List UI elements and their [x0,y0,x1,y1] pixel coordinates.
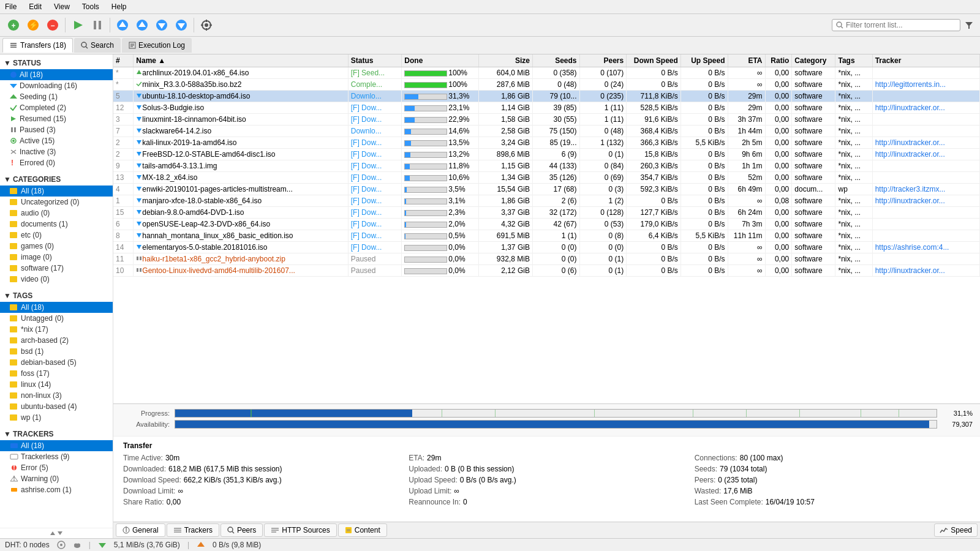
sidebar-cat-software[interactable]: software (17) [0,263,113,274]
col-ratio[interactable]: Ratio [765,54,792,67]
tab-execution-log[interactable]: Execution Log [122,38,192,53]
tags-header[interactable]: ▼ TAGS [0,290,113,302]
tab-http-sources[interactable]: HTTP Sources [264,523,336,537]
table-row[interactable]: 13 MX-18.2_x64.iso [F] Dow... 10,6% 1,34… [113,172,980,184]
table-row[interactable]: 14 elementaryos-5.0-stable.20181016.iso … [113,242,980,253]
sidebar-item-downloading[interactable]: Downloading (16) [0,80,113,91]
sidebar-tag-untagged[interactable]: Untagged (0) [0,313,113,324]
torrent-table-wrap[interactable]: # Name ▲ Status Done Size Seeds Peers Do… [113,54,980,403]
col-peers[interactable]: Peers [579,54,627,67]
table-row[interactable]: 8 hannah_montana_linux_x86_basic_edition… [113,230,980,242]
menu-edit[interactable]: Edit [26,1,44,12]
tab-content[interactable]: Content [338,523,387,537]
add-torrent-button[interactable]: + [5,17,22,34]
col-num[interactable]: # [113,54,134,67]
remove-torrent-button[interactable]: − [44,17,61,34]
resume-button[interactable] [69,17,86,34]
tab-trackers[interactable]: Trackers [167,523,219,537]
tab-peers[interactable]: Peers [221,523,263,537]
sidebar-tracker-error[interactable]: ! Error (5) [0,462,113,473]
sidebar-tracker-all[interactable]: All (18) [0,440,113,451]
sidebar-scroll-down[interactable] [56,530,64,537]
move-down-button[interactable] [153,17,170,34]
sidebar-tag-wp[interactable]: wp (1) [0,412,113,423]
move-down2-button[interactable] [173,17,190,34]
status-header[interactable]: ▼ STATUS [0,57,113,69]
sidebar-tag-all[interactable]: All (18) [0,302,113,313]
col-status[interactable]: Status [348,54,402,67]
move-up-button[interactable] [114,17,131,34]
sidebar-item-inactive[interactable]: Inactive (3) [0,146,113,157]
move-up-queue-button[interactable] [134,17,151,34]
sidebar-cat-etc[interactable]: etc (0) [0,230,113,241]
col-name[interactable]: Name ▲ [134,54,348,67]
table-row[interactable]: * minix_R3.3.0-588a35b.iso.bz2 Comple...… [113,79,980,91]
table-row[interactable]: 5 ubuntu-18.10-desktop-amd64.iso Downlo.… [113,91,980,102]
sidebar-tag-debian[interactable]: debian-based (5) [0,357,113,368]
sidebar-cat-audio[interactable]: audio (0) [0,208,113,219]
sidebar-tag-nix[interactable]: *nix (17) [0,324,113,335]
sidebar-cat-video[interactable]: video (0) [0,274,113,285]
filter-settings-button[interactable] [963,17,975,34]
tab-search[interactable]: Search [74,38,121,53]
tab-general[interactable]: i General [116,523,165,537]
sidebar-tag-nonlinux[interactable]: non-linux (3) [0,390,113,401]
sidebar-tag-arch[interactable]: arch-based (2) [0,335,113,346]
table-row[interactable]: 15 debian-9.8.0-amd64-DVD-1.iso [F] Dow.… [113,207,980,219]
search-box[interactable] [832,19,960,31]
col-eta[interactable]: ETA [728,54,765,67]
sidebar-tracker-ashrise[interactable]: ashrise.com (1) [0,484,113,495]
sidebar-tag-ubuntu[interactable]: ubuntu-based (4) [0,401,113,412]
sidebar-cat-uncategorized[interactable]: Uncategorized (0) [0,197,113,208]
sidebar-item-errored[interactable]: ! Errored (0) [0,157,113,168]
trackers-header[interactable]: ▼ TRACKERS [0,428,113,440]
table-row[interactable]: 7 slackware64-14.2.iso Downlo... 14,6% 2… [113,126,980,137]
table-row[interactable]: 2 kali-linux-2019-1a-amd64.iso [F] Dow..… [113,137,980,149]
table-row[interactable]: * archlinux-2019.04.01-x86_64.iso [F] Se… [113,67,980,79]
table-row[interactable]: 12 Solus-3-Budgie.iso [F] Dow... 23,1% 1… [113,102,980,114]
sidebar-item-paused[interactable]: Paused (3) [0,124,113,135]
table-row[interactable]: 6 openSUSE-Leap-42.3-DVD-x86_64.iso [F] … [113,219,980,230]
table-row[interactable]: 4 enwiki-20190101-pages-articles-multist… [113,184,980,195]
col-up-speed[interactable]: Up Speed [680,54,728,67]
categories-header[interactable]: ▼ CATEGORIES [0,173,113,186]
sidebar-item-active[interactable]: Active (15) [0,135,113,146]
sidebar-scroll-up[interactable] [49,530,56,537]
sidebar-cat-image[interactable]: image (0) [0,252,113,263]
menu-help[interactable]: Help [109,1,129,12]
menu-tools[interactable]: Tools [80,1,102,12]
tab-transfers[interactable]: Transfers (18) [2,38,73,53]
add-magnet-button[interactable]: ⚡ [24,17,42,34]
table-row[interactable]: 10 Gentoo-Linux-livedvd-amd64-multilib-2… [113,265,980,277]
sidebar-cat-games[interactable]: games (0) [0,241,113,252]
sidebar-tag-linux[interactable]: linux (14) [0,379,113,390]
col-seeds[interactable]: Seeds [532,54,579,67]
pause-button[interactable] [89,17,106,34]
col-tags[interactable]: Tags [835,54,872,67]
sidebar-item-all[interactable]: All (18) [0,69,113,80]
table-row[interactable]: 11 haiku-r1beta1-x86_gcc2_hybrid-anyboot… [113,253,980,265]
sidebar-cat-documents[interactable]: documents (1) [0,219,113,230]
table-row[interactable]: 2 FreeBSD-12.0-STABLE-amd64-disc1.iso [F… [113,149,980,160]
table-row[interactable]: 1 manjaro-xfce-18.0-stable-x86_64.iso [F… [113,195,980,207]
sidebar-item-resumed[interactable]: Resumed (15) [0,113,113,124]
table-row[interactable]: 9 tails-amd64-3.13.1.img [F] Dow... 11,8… [113,160,980,172]
menu-file[interactable]: File [2,1,19,12]
settings-button[interactable] [198,17,215,34]
col-down-speed[interactable]: Down Speed [627,54,681,67]
table-row[interactable]: 3 linuxmint-18-cinnamon-64bit.iso [F] Do… [113,114,980,126]
col-category[interactable]: Category [792,54,835,67]
sidebar-tag-bsd[interactable]: bsd (1) [0,346,113,357]
speed-graph-button[interactable]: Speed [934,523,978,537]
sidebar-tag-foss[interactable]: foss (17) [0,368,113,379]
sidebar-tracker-trackerless[interactable]: Trackerless (9) [0,451,113,462]
filter-input[interactable] [846,21,956,29]
sidebar-cat-all[interactable]: All (18) [0,186,113,197]
col-size[interactable]: Size [479,54,533,67]
col-done[interactable]: Done [402,54,479,67]
sidebar-item-completed[interactable]: Completed (2) [0,102,113,113]
col-tracker[interactable]: Tracker [872,54,979,67]
menu-view[interactable]: View [51,1,72,12]
sidebar-item-seeding[interactable]: Seeding (1) [0,91,113,102]
sidebar-tracker-warning[interactable]: ! Warning (0) [0,473,113,484]
